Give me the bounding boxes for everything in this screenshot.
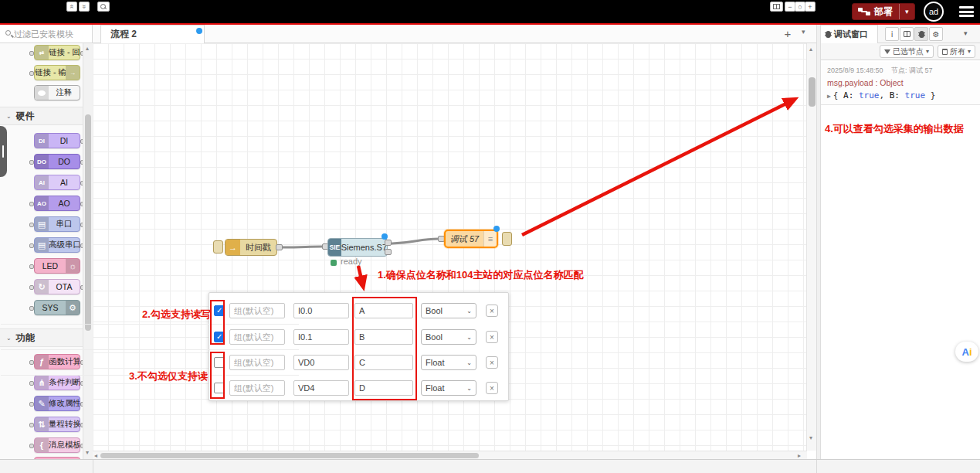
row1-readwrite-checkbox[interactable] [214,305,225,316]
s7-output-port-2[interactable] [385,249,392,255]
debug-enable-toggle[interactable] [502,232,512,246]
row3-remove-button[interactable]: × [486,356,498,369]
debug-message[interactable]: 2025/8/9 15:48:50 节点: 调试 57 msg.payload … [821,62,980,105]
palette-node-led[interactable]: LED ☼ [34,258,80,274]
info-sidebar-button[interactable]: i [885,27,899,41]
user-avatar[interactable]: ad [924,2,944,22]
palette-node-ai[interactable]: AI AI [34,175,80,190]
row4-address-input[interactable] [293,380,349,396]
scroll-left-icon[interactable]: ◂ [94,452,97,459]
row1-type-select[interactable]: Bool ⌄ [421,303,476,318]
template-icon: { [35,438,49,452]
config-sidebar-button[interactable]: ⚙ [929,27,943,41]
palette-node-function-calc[interactable]: ƒ 函数计算 [34,354,80,369]
debug-message-path: msg.payload : Object [827,78,974,87]
debug-tab-label: 调试窗口 [834,29,868,40]
scroll-right-icon[interactable]: ▸ [798,452,801,459]
palette-node-change-prop[interactable]: ✎ 修改属性 [34,396,80,411]
palette-node-condition[interactable]: ⋔ 条件判断 [34,375,80,390]
palette-node-comment[interactable]: 注释 [34,85,80,100]
scroll-down-icon[interactable]: ▾ [809,434,812,441]
row3-type-select[interactable]: Float ⌄ [421,355,476,370]
ai-assistant-button[interactable]: Ai [955,342,978,362]
debug-node-selected[interactable]: 调试 57 ≡ [444,230,498,248]
book-icon [904,31,910,37]
deploy-icon [858,8,870,15]
row4-group-input[interactable] [229,380,285,396]
canvas-horizontal-scrollbar[interactable]: ◂ ▸ [93,451,807,459]
palette-node-adv-serial[interactable]: ▤ 高级串口 [34,237,80,253]
scroll-up-icon[interactable]: ▴ [86,45,89,52]
scroll-down-icon[interactable]: ▾ [86,449,89,456]
flow-list-caret[interactable]: ▾ [802,28,805,36]
row2-name-input[interactable] [354,329,413,345]
palette-search-input[interactable] [14,27,90,40]
canvas-search-button[interactable] [97,2,110,12]
row4-type-select[interactable]: Float ⌄ [421,380,476,396]
row3-group-input[interactable] [229,355,285,370]
row1-address-input[interactable] [293,303,349,318]
expand-categories-button[interactable]: » [79,2,90,12]
inject-node-label: 时间戳 [240,242,276,254]
siemens-s7-node[interactable]: SIE Siemens.S7 [327,238,388,257]
palette-node-do[interactable]: DO DO [34,154,80,169]
node-palette: ⇄ 链接 - 回调 链接 - 输出 → 注释 ⌄ 硬件 DI DI DO DO [0,43,93,459]
row3-name-input[interactable] [354,355,413,370]
palette-node-link-call[interactable]: ⇄ 链接 - 回调 [34,45,80,60]
palette-node-link-out[interactable]: 链接 - 输出 → [34,65,80,80]
palette-node-sys[interactable]: SYS ⚙ [34,300,80,315]
clear-all-button[interactable]: 所有 ▾ [938,45,975,58]
s7-output-port-1[interactable] [385,240,392,246]
row4-readwrite-checkbox[interactable] [214,383,225,393]
palette-node-ao[interactable]: AO AO [34,196,80,211]
row2-remove-button[interactable]: × [486,331,498,343]
row1-group-input[interactable] [229,303,285,318]
inject-node[interactable]: → 时间戳 [225,239,277,256]
horizontal-scroll-thumb[interactable] [100,453,479,458]
inject-trigger-button[interactable] [213,240,223,254]
inject-output-port[interactable] [276,244,283,250]
palette-node-serial[interactable]: ▤ 串口 [34,216,80,232]
add-flow-button[interactable]: + [780,26,795,42]
tab-flow-2[interactable]: 流程 2 [100,25,205,43]
navigator-button[interactable] [770,2,783,12]
row2-readwrite-checkbox[interactable] [214,332,225,342]
palette-category-hardware[interactable]: ⌄ 硬件 [0,107,83,125]
deploy-options-caret[interactable]: ▾ [899,4,914,19]
palette-node-ota[interactable]: ↻ OTA [34,279,80,294]
zoom-out-button[interactable]: − [785,2,795,12]
vertical-scroll-thumb[interactable] [809,77,816,107]
scroll-up-icon[interactable]: ▴ [809,46,812,53]
sidebar-options-caret[interactable]: ▾ [964,29,968,37]
keyboard-icon: ▤ [35,238,49,252]
palette-node-di[interactable]: DI DI [34,133,80,148]
deploy-button[interactable]: 部署 ▾ [852,3,915,20]
row1-remove-button[interactable]: × [486,305,498,317]
expand-caret-icon[interactable]: ▶ [827,93,831,100]
tab-debug-window[interactable]: 调试窗口 [821,25,878,43]
row1-name-input[interactable] [354,303,413,318]
help-sidebar-button[interactable] [900,27,914,41]
palette-node-range-convert[interactable]: ⇅ 量程转换 [34,417,80,432]
palette-node-msg-template[interactable]: { 消息模板 [34,437,80,453]
palette-category-function[interactable]: ⌄ 功能 [0,328,83,347]
palette-scrollbar[interactable]: ▴ ▾ [83,43,93,459]
row4-name-input[interactable] [354,380,413,396]
collapse-categories-button[interactable]: « [66,2,77,12]
row-separator [1,324,299,325]
row3-readwrite-checkbox[interactable] [214,357,225,368]
row2-group-input[interactable] [229,329,285,345]
debug-sidebar-button[interactable] [914,27,928,41]
row2-address-input[interactable] [293,329,349,345]
palette-drawer-handle[interactable] [0,126,7,177]
row2-type-select[interactable]: Bool ⌄ [421,329,476,345]
filter-selected-nodes-button[interactable]: 已选节点 ▾ [880,45,934,58]
zoom-reset-button[interactable]: ○ [795,2,805,12]
main-menu-icon[interactable] [959,6,974,17]
debug-message-object[interactable]: ▶{ A: true, B: true } [827,90,974,100]
canvas-vertical-scrollbar[interactable]: ▴ ▾ [806,43,816,451]
row4-remove-button[interactable]: × [486,382,498,394]
row3-address-input[interactable] [293,355,349,370]
zoom-in-button[interactable]: + [805,2,816,12]
palette-scroll-thumb[interactable] [85,114,91,331]
